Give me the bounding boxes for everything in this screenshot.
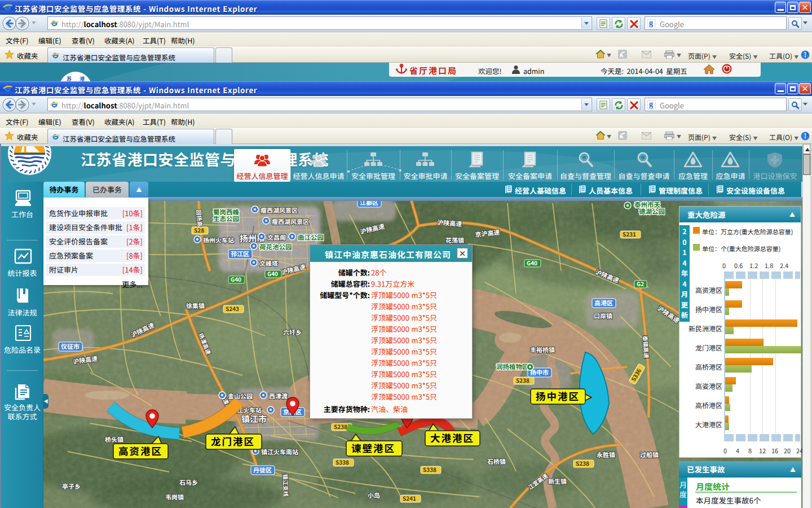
svg-text:文峰塔: 文峰塔 bbox=[259, 259, 278, 268]
svg-text:永胜镇: 永胜镇 bbox=[597, 450, 615, 459]
svg-text:镇江市: 镇江市 bbox=[241, 413, 267, 424]
svg-text:石马乡: 石马乡 bbox=[179, 478, 198, 487]
svg-text:镇江火车南站: 镇江火车南站 bbox=[261, 447, 298, 456]
svg-text:G40: G40 bbox=[527, 259, 537, 267]
svg-text:六圩乡: 六圩乡 bbox=[283, 327, 302, 336]
svg-text:泰镇高速: 泰镇高速 bbox=[641, 335, 651, 358]
svg-text:S238: S238 bbox=[576, 459, 589, 467]
svg-text:西津渡: 西津渡 bbox=[269, 391, 288, 400]
svg-text:文昌阁: 文昌阁 bbox=[267, 233, 286, 242]
svg-text:S338: S338 bbox=[336, 458, 349, 466]
svg-text:仪征市: 仪征市 bbox=[61, 341, 80, 351]
svg-text:镇江支线: 镇江支线 bbox=[281, 474, 290, 497]
svg-text:沪陕高速: 沪陕高速 bbox=[437, 217, 462, 228]
svg-text:S243: S243 bbox=[226, 304, 239, 313]
svg-text:桥头镇: 桥头镇 bbox=[105, 435, 123, 444]
svg-text:G40: G40 bbox=[231, 275, 241, 283]
svg-text:小岛: 小岛 bbox=[368, 491, 380, 500]
svg-text:S238: S238 bbox=[334, 422, 347, 431]
svg-text:龙门港区: 龙门港区 bbox=[211, 434, 255, 448]
svg-text:曲江公园: 曲江公园 bbox=[298, 233, 324, 242]
svg-text:G40: G40 bbox=[267, 269, 278, 278]
svg-text:过船镇: 过船镇 bbox=[640, 450, 659, 459]
svg-text:G2: G2 bbox=[637, 279, 644, 288]
svg-text:花荡镇: 花荡镇 bbox=[445, 235, 464, 244]
svg-text:生态公园: 生态公园 bbox=[213, 214, 239, 223]
svg-text:谏壁港区: 谏壁港区 bbox=[351, 441, 395, 455]
svg-text:丹徒区: 丹徒区 bbox=[253, 465, 272, 474]
svg-text:荷花池公园: 荷花池公园 bbox=[259, 242, 292, 251]
svg-text:口岸镇: 口岸镇 bbox=[594, 311, 612, 320]
svg-text:扬中港区: 扬中港区 bbox=[536, 389, 580, 403]
svg-text:S231: S231 bbox=[623, 230, 636, 238]
svg-text:韦岗镇: 韦岗镇 bbox=[165, 492, 184, 501]
svg-text:徐集镇: 徐集镇 bbox=[186, 301, 205, 310]
svg-text:金山公园: 金山公园 bbox=[228, 391, 253, 400]
svg-text:邗江区: 邗江区 bbox=[231, 249, 249, 258]
svg-text:新生镇: 新生镇 bbox=[548, 476, 567, 485]
svg-text:润扬植物园: 润扬植物园 bbox=[496, 362, 529, 371]
svg-text:丰裕桥镇: 丰裕桥镇 bbox=[530, 345, 555, 354]
svg-text:S241: S241 bbox=[403, 494, 416, 502]
svg-text:S338: S338 bbox=[423, 465, 436, 474]
svg-text:石桥镇: 石桥镇 bbox=[487, 457, 506, 466]
svg-text:S28: S28 bbox=[194, 226, 204, 234]
svg-text:瘦西湖风景区: 瘦西湖风景区 bbox=[272, 217, 309, 226]
svg-text:高资港区: 高资港区 bbox=[118, 444, 162, 458]
svg-text:大港港区: 大港港区 bbox=[430, 431, 474, 445]
svg-text:德湖公园: 德湖公园 bbox=[639, 207, 665, 216]
svg-text:亭子乡: 亭子乡 bbox=[62, 481, 81, 491]
svg-text:高港区: 高港区 bbox=[594, 298, 613, 307]
svg-text:扬州火车站: 扬州火车站 bbox=[203, 235, 234, 244]
svg-text:瘦西湖风景区: 瘦西湖风景区 bbox=[261, 205, 298, 214]
svg-text:S238: S238 bbox=[516, 376, 529, 384]
